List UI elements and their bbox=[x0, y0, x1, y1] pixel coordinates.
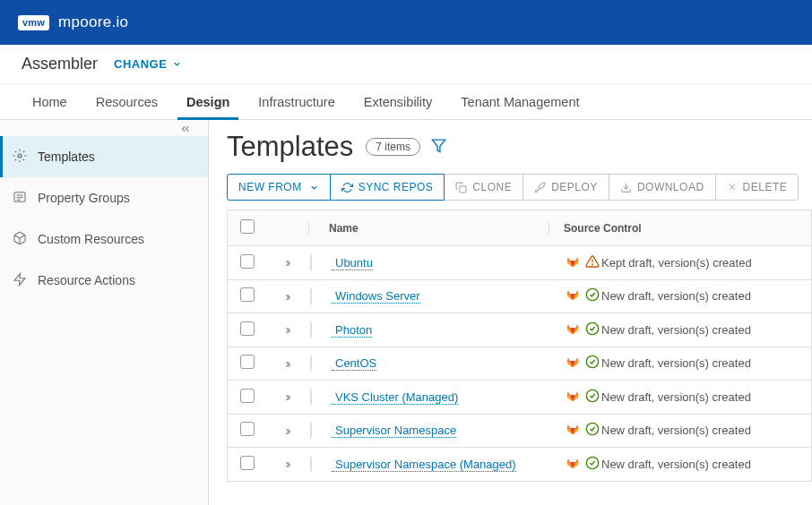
change-app-label: CHANGE bbox=[114, 57, 167, 71]
source-control-header[interactable]: Source Control bbox=[549, 222, 811, 235]
row-select-cell bbox=[228, 321, 265, 338]
table-row: ››Supervisor NamespaceNew draft, version… bbox=[228, 415, 811, 449]
status-text: New draft, version(s) created bbox=[601, 390, 751, 404]
chevron-down-icon bbox=[309, 183, 319, 193]
cube-icon bbox=[13, 231, 29, 248]
row-expand-button[interactable]: ›› bbox=[265, 356, 308, 371]
row-select-cell bbox=[228, 355, 265, 372]
sidebar-item-property-groups[interactable]: Property Groups bbox=[0, 177, 208, 218]
row-select-cell bbox=[228, 422, 265, 439]
tab-home[interactable]: Home bbox=[23, 84, 76, 119]
status-text: New draft, version(s) created bbox=[601, 323, 751, 337]
row-checkbox[interactable] bbox=[240, 254, 255, 269]
row-expand-button[interactable]: ›› bbox=[265, 457, 308, 471]
name-header[interactable]: Name bbox=[308, 222, 549, 235]
gitlab-icon bbox=[566, 422, 580, 439]
double-chevron-right-icon: ›› bbox=[285, 356, 288, 371]
download-button[interactable]: DOWNLOAD bbox=[609, 174, 716, 201]
template-link[interactable]: Windows Server bbox=[332, 289, 420, 304]
row-checkbox[interactable] bbox=[240, 456, 255, 470]
svg-marker-7 bbox=[432, 140, 445, 151]
template-link[interactable]: VKS Cluster (Managed) bbox=[332, 390, 458, 405]
source-control-cell: New draft, version(s) created bbox=[551, 287, 811, 304]
tab-design[interactable]: Design bbox=[177, 84, 238, 119]
sidebar-item-label: Templates bbox=[38, 150, 95, 164]
sync-repos-button[interactable]: SYNC REPOS bbox=[330, 174, 445, 201]
row-select-cell bbox=[228, 389, 265, 406]
copy-icon bbox=[455, 182, 467, 193]
table-row: ››Windows ServerNew draft, version(s) cr… bbox=[228, 280, 811, 314]
select-all-checkbox[interactable] bbox=[240, 219, 255, 234]
double-chevron-right-icon: ›› bbox=[285, 322, 288, 337]
check-circle-icon bbox=[585, 355, 600, 372]
row-checkbox[interactable] bbox=[240, 321, 255, 336]
row-expand-button[interactable]: ›› bbox=[265, 424, 308, 438]
clone-button[interactable]: CLONE bbox=[444, 174, 523, 201]
app-name: Assembler bbox=[22, 55, 98, 73]
svg-point-19 bbox=[586, 457, 598, 468]
sidebar-item-templates[interactable]: Templates bbox=[0, 136, 208, 177]
page-title-row: Templates 7 items bbox=[227, 131, 812, 163]
svg-point-0 bbox=[18, 154, 22, 158]
gitlab-icon bbox=[566, 456, 580, 473]
tab-extensibility[interactable]: Extensibility bbox=[355, 84, 442, 119]
app-bar: Assembler CHANGE bbox=[0, 45, 812, 84]
double-chevron-right-icon: ›› bbox=[285, 389, 288, 404]
sidebar-collapse-button[interactable] bbox=[0, 120, 208, 136]
sync-repos-label: SYNC REPOS bbox=[358, 181, 434, 193]
double-chevron-left-icon bbox=[179, 123, 192, 135]
row-expand-button[interactable]: ›› bbox=[265, 389, 308, 404]
row-expand-button[interactable]: ›› bbox=[265, 322, 308, 337]
template-link[interactable]: Ubuntu bbox=[332, 256, 373, 270]
row-checkbox[interactable] bbox=[240, 422, 255, 436]
template-name-cell: Ubuntu bbox=[311, 256, 551, 270]
bolt-icon bbox=[13, 272, 29, 289]
table-row: ››PhotonNew draft, version(s) created bbox=[228, 313, 811, 347]
template-link[interactable]: Photon bbox=[332, 323, 372, 338]
row-checkbox[interactable] bbox=[240, 355, 255, 369]
sync-icon bbox=[341, 182, 353, 193]
tab-resources[interactable]: Resources bbox=[87, 84, 167, 119]
row-checkbox[interactable] bbox=[240, 287, 255, 302]
chevron-down-icon bbox=[172, 59, 182, 69]
top-header: vmw mpoore.io bbox=[0, 0, 812, 45]
status-text: New draft, version(s) created bbox=[601, 356, 751, 370]
sidebar-item-custom-resources[interactable]: Custom Resources bbox=[0, 218, 208, 260]
template-name-cell: Photon bbox=[311, 323, 551, 337]
row-select-cell bbox=[228, 287, 265, 304]
row-expand-button[interactable]: ›› bbox=[265, 289, 308, 304]
tab-tenant-management[interactable]: Tenant Management bbox=[452, 84, 588, 119]
change-app-link[interactable]: CHANGE bbox=[114, 57, 182, 71]
gitlab-icon bbox=[566, 321, 580, 338]
template-link[interactable]: Supervisor Namespace (Managed) bbox=[332, 458, 516, 472]
double-chevron-right-icon: ›› bbox=[285, 424, 288, 438]
template-link[interactable]: CentOS bbox=[332, 356, 376, 371]
gitlab-icon bbox=[566, 389, 580, 406]
close-icon bbox=[727, 182, 738, 193]
vmware-logo: vmw bbox=[18, 15, 49, 30]
svg-point-14 bbox=[586, 289, 598, 301]
funnel-icon bbox=[431, 138, 446, 153]
row-checkbox[interactable] bbox=[240, 389, 255, 403]
sidebar-item-resource-actions[interactable]: Resource Actions bbox=[0, 260, 208, 301]
filter-button[interactable] bbox=[431, 138, 446, 156]
row-select-cell bbox=[228, 254, 265, 271]
delete-button[interactable]: DELETE bbox=[715, 174, 799, 201]
template-link[interactable]: Supervisor Namespace bbox=[332, 424, 456, 438]
check-circle-icon bbox=[585, 321, 600, 338]
svg-point-16 bbox=[586, 356, 598, 368]
wrench-icon bbox=[13, 149, 29, 166]
new-from-button[interactable]: NEW FROM bbox=[227, 174, 331, 201]
status-text: New draft, version(s) created bbox=[601, 424, 751, 437]
svg-point-13 bbox=[592, 264, 593, 265]
deploy-button[interactable]: DEPLOY bbox=[523, 174, 609, 201]
tab-infrastructure[interactable]: Infrastructure bbox=[249, 84, 343, 119]
content-area: Templates 7 items NEW FROM SYNC REPOS CL… bbox=[209, 120, 812, 505]
table-row: ››UbuntuKept draft, version(s) created bbox=[228, 246, 811, 280]
row-expand-button[interactable]: ›› bbox=[265, 255, 308, 270]
source-control-cell: New draft, version(s) created bbox=[551, 422, 811, 439]
svg-marker-6 bbox=[14, 273, 25, 285]
check-circle-icon bbox=[585, 287, 600, 304]
template-name-cell: Supervisor Namespace (Managed) bbox=[311, 458, 551, 471]
check-circle-icon bbox=[585, 389, 600, 406]
